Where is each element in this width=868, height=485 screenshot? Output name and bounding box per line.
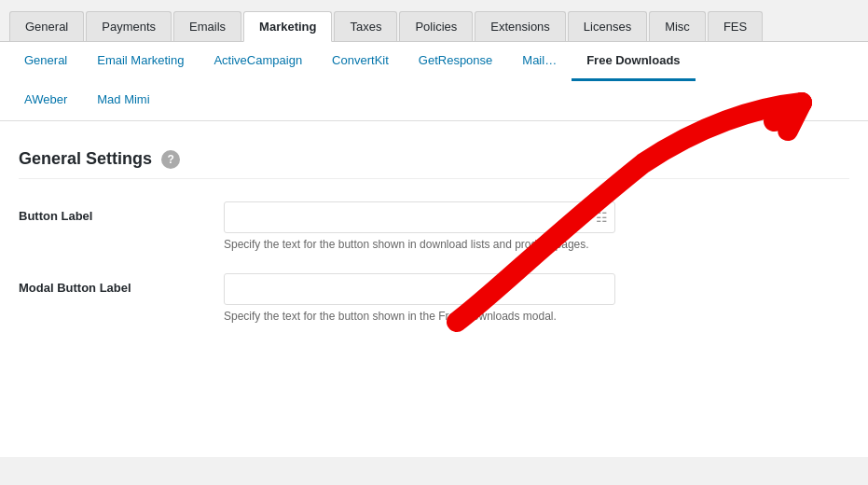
subtab-mail[interactable]: Mail… — [507, 42, 572, 81]
tab-payments[interactable]: Payments — [86, 11, 172, 41]
subtab-aweber[interactable]: AWeber — [9, 81, 82, 120]
subtab-activecampaign[interactable]: ActiveCampaign — [199, 42, 317, 81]
tab-emails[interactable]: Emails — [173, 11, 241, 41]
section-heading: General Settings ? — [19, 149, 849, 179]
sub-tabs-row2: AWeber Mad Mimi — [9, 81, 859, 120]
subtab-mad-mimi[interactable]: Mad Mimi — [82, 81, 164, 120]
modal-button-label-input-wrapper — [224, 273, 615, 305]
modal-button-label-description: Specify the text for the button shown in… — [224, 310, 615, 323]
subtab-getresponse[interactable]: GetResponse — [404, 42, 508, 81]
tab-taxes[interactable]: Taxes — [334, 11, 397, 41]
button-label-input-wrapper: ☷ — [224, 201, 615, 233]
subtab-convertkit[interactable]: ConvertKit — [317, 42, 404, 81]
subtab-general[interactable]: General — [9, 42, 82, 81]
modal-button-label-row: Modal Button Label Specify the text for … — [19, 273, 849, 323]
help-icon[interactable]: ? — [161, 150, 180, 169]
content-area: General Settings ? Button Label ☷ Specif… — [0, 121, 868, 457]
tab-licenses[interactable]: Licenses — [568, 11, 647, 41]
button-label-description: Specify the text for the button shown in… — [224, 238, 615, 251]
subtab-email-marketing[interactable]: Email Marketing — [82, 42, 199, 81]
button-label-label: Button Label — [19, 201, 205, 223]
sub-tabs: General Email Marketing ActiveCampaign C… — [9, 42, 859, 81]
subtab-free-downloads[interactable]: Free Downloads — [572, 42, 695, 81]
button-label-row: Button Label ☷ Specify the text for the … — [19, 201, 849, 251]
main-tabs: General Payments Emails Marketing Taxes … — [0, 0, 868, 42]
tab-fes[interactable]: FES — [708, 11, 763, 41]
tab-extensions[interactable]: Extensions — [475, 11, 566, 41]
section-title: General Settings — [19, 149, 152, 169]
sub-tabs-wrapper: General Email Marketing ActiveCampaign C… — [0, 42, 868, 121]
modal-button-label-label: Modal Button Label — [19, 273, 205, 295]
button-label-field: ☷ Specify the text for the button shown … — [224, 201, 615, 251]
tab-misc[interactable]: Misc — [649, 11, 706, 41]
tab-marketing[interactable]: Marketing — [243, 11, 332, 42]
tab-policies[interactable]: Policies — [399, 11, 473, 41]
button-label-input[interactable] — [224, 201, 615, 233]
tab-general[interactable]: General — [9, 11, 84, 41]
modal-button-label-field: Specify the text for the button shown in… — [224, 273, 615, 323]
modal-button-label-input[interactable] — [224, 273, 615, 305]
